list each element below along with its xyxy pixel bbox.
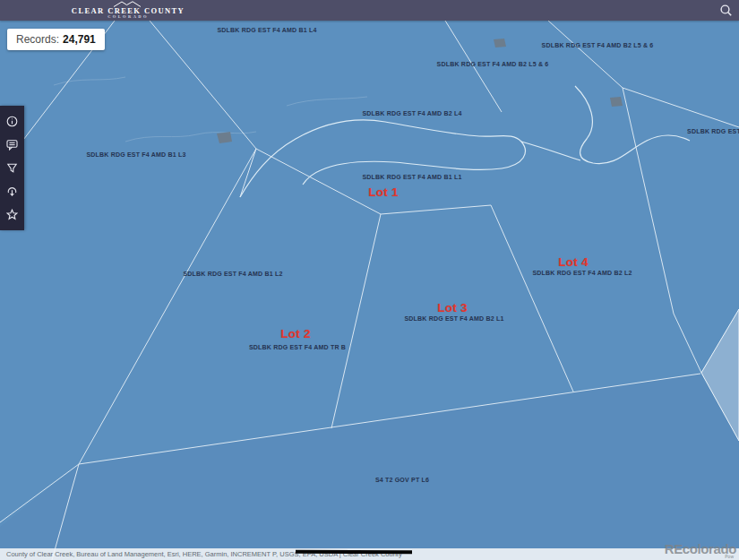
county-logo[interactable]: CLEAR CREEK COUNTY COLORADO — [25, 0, 231, 22]
map-canvas[interactable]: SDLBK RDG EST F4 AMD B1 L4SDLBK RDG EST … — [0, 0, 739, 560]
records-label: Records: — [16, 33, 59, 46]
search-icon[interactable] — [719, 4, 734, 18]
redaction-mark — [296, 550, 412, 555]
records-count: 24,791 — [63, 33, 96, 46]
app-header: CLEAR CREEK COUNTY COLORADO — [0, 0, 739, 21]
download-icon[interactable] — [4, 182, 21, 200]
favorites-star-icon[interactable] — [4, 205, 21, 223]
left-toolbar — [0, 106, 24, 230]
logo-title: CLEAR CREEK COUNTY — [72, 7, 185, 14]
comments-icon[interactable] — [4, 136, 21, 154]
logo-subtitle: COLORADO — [107, 14, 149, 19]
parcel-map-svg — [0, 0, 739, 560]
records-badge: Records:24,791 — [7, 29, 105, 50]
watermark-fragment: Pow — [725, 555, 734, 559]
filter-icon[interactable] — [4, 159, 21, 177]
info-icon[interactable] — [4, 113, 21, 131]
